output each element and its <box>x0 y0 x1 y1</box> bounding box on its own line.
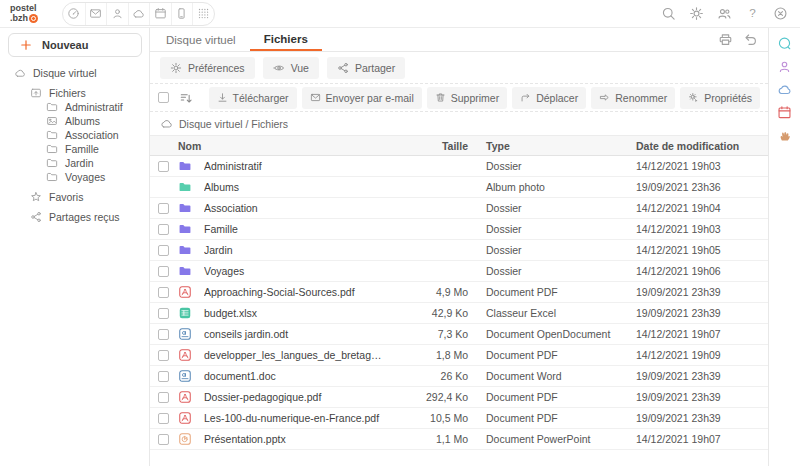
file-type: Dossier <box>468 265 618 277</box>
row-checkbox[interactable] <box>158 161 169 172</box>
table-row[interactable]: Présentation.pptx1,1 MoDocument PowerPoi… <box>150 429 768 450</box>
sidebar-item-favoris[interactable]: Favoris <box>0 190 149 204</box>
table-row[interactable]: budget.xlsx42,9 KoClasseur Excel19/09/20… <box>150 303 768 324</box>
settings-button[interactable] <box>689 6 704 21</box>
logout-button[interactable] <box>773 6 788 21</box>
printer-button[interactable] <box>718 32 733 47</box>
tab-label: Fichiers <box>264 33 308 45</box>
row-checkbox[interactable] <box>158 371 169 382</box>
sidebar-item-fichiers[interactable]: Fichiers <box>0 86 149 100</box>
row-checkbox[interactable] <box>158 392 169 403</box>
vue-button[interactable]: Vue <box>263 57 319 79</box>
file-name: document1.doc <box>204 370 390 382</box>
view-toolbar: PréférencesVuePartager <box>150 52 768 84</box>
file-size: 1,1 Mo <box>390 433 468 445</box>
preferences-button[interactable]: Préférences <box>160 57 255 79</box>
file-type: Document PowerPoint <box>468 433 618 445</box>
row-checkbox[interactable] <box>158 350 169 361</box>
app-logo[interactable]: postel .bzh <box>10 4 38 23</box>
app-window: postel .bzh ? Nouveau Disque virtuelFich… <box>0 0 800 466</box>
table-row[interactable]: Les-100-du-numerique-en-France.pdf10,5 M… <box>150 408 768 429</box>
breadcrumb[interactable]: Disque virtuel / Fichiers <box>150 112 768 135</box>
sidebar-item-association[interactable]: Association <box>0 128 149 142</box>
dashboard-icon <box>67 7 80 20</box>
apps-icon <box>197 7 210 20</box>
renommer-button[interactable]: Renommer <box>591 87 675 109</box>
table-row[interactable]: document1.doc26 KoDocument Word19/09/202… <box>150 366 768 387</box>
table-row[interactable]: JardinDossier14/12/2021 19h05 <box>150 240 768 261</box>
table-row[interactable]: VoyagesDossier14/12/2021 19h06 <box>150 261 768 282</box>
contacts-shortcut-button[interactable] <box>777 59 793 75</box>
sidebar-item-partages-recus[interactable]: Partages reçus <box>0 210 149 224</box>
undo-button[interactable] <box>743 32 758 47</box>
envoyer-par-e-mail-button[interactable]: Envoyer par e-mail <box>302 87 422 109</box>
search-button[interactable] <box>661 6 676 21</box>
folder-files-icon <box>30 87 42 99</box>
nav-calendar-button[interactable] <box>149 3 171 25</box>
file-type: Document Word <box>468 370 618 382</box>
nav-dashboard-button[interactable] <box>63 3 85 25</box>
row-checkbox[interactable] <box>158 434 169 445</box>
table-row[interactable]: AdministratifDossier14/12/2021 19h03 <box>150 156 768 177</box>
nav-cloud-button[interactable] <box>128 3 150 25</box>
pdf-icon <box>178 285 192 299</box>
table-row[interactable]: developper_les_langues_de_bretagne.pdf1,… <box>150 345 768 366</box>
row-checkbox[interactable] <box>158 308 169 319</box>
table-row[interactable]: Approaching-Social-Sources.pdf4,9 MoDocu… <box>150 282 768 303</box>
sidebar-item-voyages[interactable]: Voyages <box>0 170 149 184</box>
nav-apps-button[interactable] <box>192 3 214 25</box>
download-icon <box>217 92 228 103</box>
row-checkbox[interactable] <box>158 413 169 424</box>
table-row[interactable]: FamilleDossier14/12/2021 19h03 <box>150 219 768 240</box>
row-checkbox[interactable] <box>158 245 169 256</box>
file-date: 19/09/2021 23h36 <box>618 181 760 193</box>
row-checkbox[interactable] <box>158 266 169 277</box>
deplacer-button[interactable]: Déplacer <box>512 87 586 109</box>
help-button[interactable]: ? <box>745 6 760 21</box>
row-checkbox[interactable] <box>158 287 169 298</box>
calendar-icon <box>154 7 167 20</box>
file-size: 292,4 Ko <box>390 391 468 403</box>
settings-icon <box>689 6 704 21</box>
sidebar-item-administratif[interactable]: Administratif <box>0 100 149 114</box>
chat-shortcut-button[interactable] <box>777 36 793 52</box>
table-row[interactable]: AlbumsAlbum photo19/09/2021 23h36 <box>150 177 768 198</box>
file-date: 14/12/2021 19h09 <box>618 349 760 361</box>
sidebar-item-label: Albums <box>65 115 100 127</box>
sidebar-item-famille[interactable]: Famille <box>0 142 149 156</box>
cloud-shortcut-button[interactable] <box>777 82 793 98</box>
file-toolbar: TéléchargerEnvoyer par e-mailSupprimerDé… <box>150 84 768 112</box>
table-row[interactable]: Dossier-pedagogique.pdf292,4 KoDocument … <box>150 387 768 408</box>
row-checkbox[interactable] <box>158 329 169 340</box>
proprietes-button[interactable]: Propriétés <box>680 87 760 109</box>
row-checkbox[interactable] <box>158 224 169 235</box>
select-all-checkbox[interactable] <box>158 92 169 103</box>
folder-tree: Disque virtuelFichiersAdministratifAlbum… <box>0 66 149 224</box>
file-size: 4,9 Mo <box>390 286 468 298</box>
new-button[interactable]: Nouveau <box>8 33 142 57</box>
table-row[interactable]: AssociationDossier14/12/2021 19h04 <box>150 198 768 219</box>
topbar: postel .bzh ? <box>0 0 800 28</box>
tab-disque-virtuel[interactable]: Disque virtuel <box>152 28 250 51</box>
sidebar-item-jardin[interactable]: Jardin <box>0 156 149 170</box>
row-checkbox-cell <box>158 371 178 382</box>
nav-contacts-button[interactable] <box>106 3 128 25</box>
file-type: Document PDF <box>468 391 618 403</box>
column-header-type: Type <box>468 140 618 152</box>
supprimer-button[interactable]: Supprimer <box>427 87 507 109</box>
partager-button[interactable]: Partager <box>327 57 405 79</box>
sidebar-item-albums[interactable]: Albums <box>0 114 149 128</box>
group-button[interactable] <box>717 6 732 21</box>
sidebar-item-disque-virtuel[interactable]: Disque virtuel <box>0 66 149 80</box>
nav-phone-button[interactable] <box>171 3 193 25</box>
logo-line2: .bzh <box>10 14 28 23</box>
nav-mail-button[interactable] <box>85 3 107 25</box>
row-checkbox[interactable] <box>158 203 169 214</box>
hand-shortcut-button[interactable] <box>777 128 793 144</box>
table-row[interactable]: conseils jardin.odt7,3 KoDocument OpenDo… <box>150 324 768 345</box>
tab-fichiers[interactable]: Fichiers <box>250 28 322 51</box>
calendar-shortcut-button[interactable] <box>777 105 793 121</box>
telecharger-button[interactable]: Télécharger <box>209 87 297 109</box>
column-header-nom: Nom <box>178 140 390 152</box>
sort-icon[interactable] <box>179 91 193 105</box>
